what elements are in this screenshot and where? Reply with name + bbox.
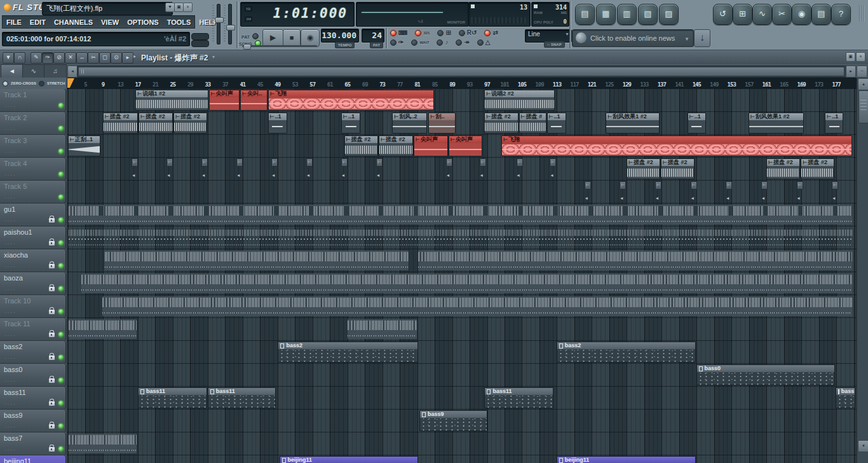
track-led[interactable] (58, 195, 64, 200)
pattern-clip[interactable] (69, 434, 137, 453)
lock-icon[interactable] (49, 424, 55, 429)
track-lane[interactable]: bass11bass11bass11bass (67, 387, 857, 410)
track-name-cell[interactable]: xiaocha···· (0, 249, 66, 272)
audio-clip[interactable]: ⊢搓盘 #2 (661, 158, 695, 179)
midi-clip[interactable]: bass11 (208, 387, 276, 408)
midi-clip[interactable]: bass2 (557, 342, 696, 363)
audio-clip[interactable]: ⊢尖叫声 (414, 135, 448, 156)
news-download-button[interactable]: ↓ (694, 29, 710, 47)
zoom-tool[interactable]: ⊙ (111, 52, 122, 64)
track-name-cell[interactable]: Track 2···· (0, 112, 66, 135)
lock-icon[interactable] (49, 287, 55, 291)
track-name-cell[interactable]: bass2···· (0, 341, 66, 364)
horizontal-scroll-thumb[interactable] (78, 67, 844, 76)
track-lane[interactable]: bass9 (67, 410, 857, 432)
mini-audio-clip[interactable]: ⊢◂ (271, 158, 278, 179)
track-led[interactable] (58, 240, 64, 245)
loop-record-option[interactable]: R↺ (459, 29, 477, 36)
track-name-cell[interactable]: bass11···· (0, 387, 66, 410)
track-name-cell[interactable]: Track 1···· (0, 89, 66, 112)
mini-audio-clip[interactable]: ⊢◂ (585, 181, 591, 202)
track-name-cell[interactable]: bass9···· (0, 410, 66, 432)
record-audio-button[interactable]: ◉ (792, 4, 811, 25)
menu-channels[interactable]: CHANNELS (54, 18, 93, 26)
mini-audio-clip[interactable]: ⊢◂ (132, 158, 138, 179)
track-led[interactable] (58, 424, 64, 429)
scroll-up-button[interactable]: ▴ (858, 78, 868, 90)
tab-notes[interactable]: ♫ (44, 64, 67, 78)
mini-audio-clip[interactable]: ⊢◂ (166, 158, 173, 179)
magnet-icon[interactable]: ∩ (14, 52, 25, 64)
track-name-cell[interactable]: bass0···· (0, 364, 66, 387)
track-name-cell[interactable]: Track 11···· (0, 318, 66, 341)
track-name-cell[interactable]: paishou1···· (0, 226, 66, 249)
track-led[interactable] (58, 149, 64, 154)
mini-audio-clip[interactable]: ⊢◂ (306, 158, 313, 179)
track-name-cell[interactable]: Track 5···· (0, 181, 66, 204)
pattern-clip[interactable] (105, 251, 409, 270)
online-news-bar[interactable]: Click to enable online news ▼ (572, 29, 694, 47)
wait-input-option[interactable]: WAIT (411, 39, 429, 46)
lock-icon[interactable] (49, 241, 55, 245)
zero-cross-toggle[interactable] (3, 81, 8, 86)
audio-clip[interactable]: ⊢搓盘 # (519, 113, 546, 134)
tempo-display[interactable]: 130.000 (321, 29, 359, 43)
shuffle-slider[interactable] (242, 45, 317, 47)
menu-view[interactable]: VIEW (101, 18, 119, 26)
track-name-cell[interactable]: baoza···· (0, 272, 66, 295)
track-name-cell[interactable]: Track 3···· (0, 135, 66, 158)
audio-clip[interactable]: ⊢搓盘 #2 (627, 158, 660, 179)
play-button[interactable]: ▶ (262, 29, 283, 47)
audio-clip[interactable]: ⊢刮.. (428, 113, 456, 134)
menu-tools[interactable]: TOOLS (167, 18, 191, 26)
metronome-option[interactable]: △ (477, 39, 491, 46)
audio-clip[interactable]: ⊢刮风..2 (392, 113, 427, 134)
audio-clip[interactable]: ⊢正刮..1 (68, 135, 100, 156)
track-led[interactable] (58, 378, 64, 383)
mini-audio-clip[interactable]: ⊢◂ (797, 181, 803, 202)
paint-tool[interactable]: ✑ (42, 52, 53, 64)
audio-clip[interactable]: ⊢刮风效果1 #2 (606, 113, 660, 134)
scroll-left-button[interactable]: ◂ (67, 66, 78, 78)
track-lane[interactable] (67, 226, 857, 249)
undo-button[interactable]: ↺ (713, 4, 733, 25)
midi-clip[interactable]: bass11 (138, 387, 207, 408)
close-button[interactable]: × (856, 52, 865, 62)
audio-clip[interactable]: ⊢说唱2 #2 (484, 90, 555, 111)
mute-tool[interactable]: ✕ (65, 52, 76, 64)
time-display[interactable]: 5B 3M 1:01:000 (240, 2, 355, 27)
shade-button[interactable]: ▼ (165, 3, 175, 12)
track-led[interactable] (58, 309, 64, 314)
track-lane[interactable]: bass0 (67, 364, 857, 387)
draw-tool[interactable]: ✎ (31, 52, 42, 64)
audio-clip[interactable]: ⊢..1 (341, 113, 360, 134)
pattern-clip[interactable] (69, 319, 137, 339)
preview-tool[interactable]: ▸ (122, 52, 133, 64)
audio-clip[interactable]: ⊢..1 (688, 113, 706, 134)
typing-keyboard-option[interactable]: ⌨ (390, 29, 407, 36)
track-name-cell[interactable]: gu1···· (0, 204, 66, 226)
playlist-lanes[interactable]: ⊢说唱1 #2⊢尖叫声⊢尖叫..⊢飞翔⊢说唱2 #2⊢搓盘 #2⊢搓盘 #2⊢搓… (67, 89, 857, 463)
track-led[interactable] (58, 286, 64, 291)
audio-clip[interactable]: ⊢尖叫声 (209, 90, 240, 111)
hzoom-button[interactable]: − (857, 66, 867, 78)
track-led[interactable] (58, 355, 64, 360)
vertical-scrollbar[interactable]: ▴ ▾ (857, 78, 868, 463)
track-lane[interactable]: ⊢◂⊢◂⊢◂⊢◂⊢◂⊢◂⊢◂⊢◂ (67, 181, 857, 204)
lock-icon[interactable] (49, 356, 55, 360)
mini-audio-clip[interactable]: ⊢◂ (620, 181, 626, 202)
pattern-display[interactable]: 24 (362, 29, 384, 43)
pattern-clip[interactable] (69, 205, 852, 225)
audio-clip[interactable]: ⊢尖叫.. (240, 90, 268, 111)
audio-clip[interactable]: ⊢搓盘 #2 (103, 113, 138, 134)
horizontal-scrollbar[interactable] (77, 66, 846, 78)
track-lane[interactable]: ⊢正刮..1⊢搓盘 #2⊢搓盘 #2⊢尖叫声⊢尖叫声⊢飞翔 (67, 135, 857, 158)
mini-audio-clip[interactable]: ⊢◂ (761, 181, 768, 202)
audio-clip[interactable]: ⊢搓盘 #2 (344, 135, 378, 156)
restore-button[interactable]: ▣ (174, 3, 184, 12)
track-lane[interactable] (67, 272, 857, 295)
midi-clip[interactable]: bass0 (696, 364, 836, 385)
mini-audio-clip[interactable]: ⊢◂ (832, 181, 838, 202)
audio-clip[interactable]: ⊢搓盘 #2 (801, 158, 834, 179)
scroll-down-button[interactable]: ▾ (858, 440, 868, 452)
